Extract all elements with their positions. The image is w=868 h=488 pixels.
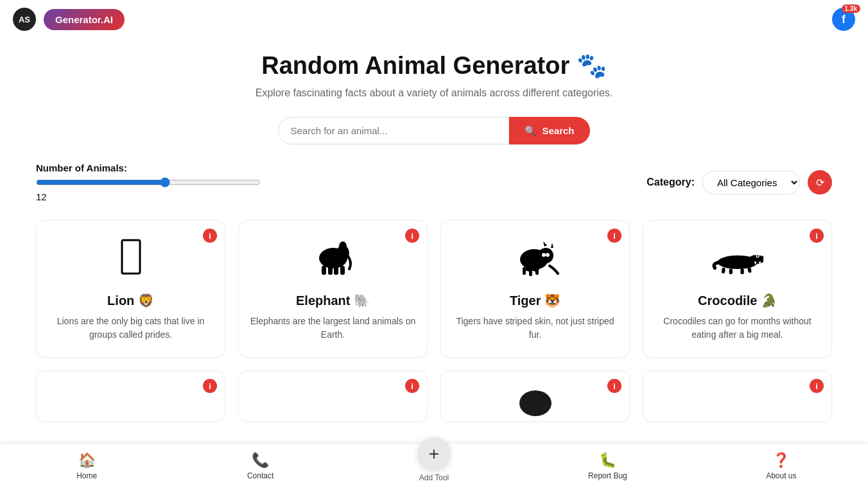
svg-rect-16: [523, 267, 526, 275]
svg-point-23: [756, 255, 758, 257]
svg-rect-6: [334, 266, 338, 275]
nav-home-label: Home: [76, 471, 97, 480]
tiger-fact: Tigers have striped skin, not just strip…: [451, 315, 619, 342]
nav-add-tool-label: Add Tool: [419, 473, 449, 482]
animal-card-partial-1: i: [36, 370, 225, 422]
svg-marker-12: [543, 241, 547, 247]
lion-info-button[interactable]: i: [203, 229, 217, 243]
svg-rect-7: [340, 266, 345, 275]
svg-marker-13: [551, 243, 553, 248]
svg-point-14: [546, 253, 550, 257]
partial-card-1-info[interactable]: i: [203, 379, 217, 393]
svg-rect-0: [122, 240, 140, 274]
svg-rect-17: [529, 268, 532, 276]
crocodile-name: Crocodile 🐊: [654, 293, 821, 308]
phone-icon: 📞: [252, 452, 269, 469]
category-section: Category: All Categories Mammals Reptile…: [647, 170, 832, 195]
nav-about-label: About us: [766, 471, 796, 480]
animal-card-elephant: i Elephant 🐘 Elephants are the largest l…: [238, 220, 428, 358]
lion-name: Lion 🦁: [47, 293, 214, 308]
search-button-label: Search: [542, 125, 574, 136]
animal-card-tiger: i Tiger 🐯 Tigers have s: [440, 220, 630, 358]
page-title: Random Animal Generator 🐾: [36, 51, 832, 80]
nav-add-tool[interactable]: + Add Tool: [347, 450, 521, 482]
svg-rect-18: [535, 267, 539, 275]
svg-rect-5: [328, 266, 333, 275]
svg-rect-26: [740, 268, 743, 274]
navbar-left: AS Generator.AI: [13, 8, 125, 31]
svg-point-15: [542, 253, 546, 257]
lion-fact: Lions are the only big cats that live in…: [47, 315, 214, 342]
partial-card-4-info[interactable]: i: [810, 379, 824, 393]
home-icon: 🏠: [78, 452, 96, 469]
category-dropdown[interactable]: All Categories Mammals Reptiles Birds: [702, 171, 800, 195]
controls-row: Number of Animals: 12 Category: All Cate…: [36, 162, 832, 202]
elephant-fact: Elephants are the largest land animals o…: [249, 315, 417, 342]
tiger-info-button[interactable]: i: [607, 229, 621, 243]
svg-rect-4: [322, 266, 326, 275]
elephant-name: Elephant 🐘: [249, 293, 417, 308]
search-input[interactable]: [278, 117, 509, 144]
crocodile-fact: Crocodiles can go for months without eat…: [654, 315, 821, 342]
animal-card-partial-3: i: [440, 370, 630, 422]
partial-card-3-info[interactable]: i: [607, 379, 621, 393]
bottom-nav: 🏠 Home 📞 Contact + Add Tool 🐛 Report Bug…: [0, 443, 868, 488]
search-button[interactable]: 🔍 Search: [509, 117, 589, 144]
slider-value: 12: [36, 191, 261, 202]
svg-rect-24: [721, 267, 725, 274]
nav-report-bug-label: Report Bug: [588, 471, 627, 480]
search-icon: 🔍: [525, 125, 537, 137]
page-header: Random Animal Generator 🐾 Explore fascin…: [36, 51, 832, 99]
navbar: AS Generator.AI f 1.3k: [0, 0, 868, 39]
slider-section: Number of Animals: 12: [36, 162, 261, 202]
tiger-name: Tiger 🐯: [451, 293, 619, 308]
nav-about[interactable]: ❓ About us: [695, 452, 868, 480]
animal-card-partial-2: i: [238, 370, 428, 422]
brand-button[interactable]: Generator.AI: [44, 9, 125, 30]
animal-count-slider[interactable]: [36, 177, 261, 187]
nav-contact-label: Contact: [247, 471, 273, 480]
nav-home[interactable]: 🏠 Home: [0, 452, 173, 480]
animal-card-crocodile: i: [643, 220, 832, 358]
search-bar: 🔍 Search: [36, 117, 832, 144]
lion-icon: [47, 234, 214, 285]
partial-card-2-info[interactable]: i: [405, 379, 419, 393]
facebook-count: 1.3k: [842, 4, 860, 13]
slider-label: Number of Animals:: [36, 162, 261, 173]
svg-rect-25: [729, 268, 732, 274]
bug-icon: 🐛: [599, 452, 616, 469]
animal-card-partial-4: i: [643, 370, 832, 422]
nav-report-bug[interactable]: 🐛 Report Bug: [521, 452, 694, 480]
add-tool-circle: +: [417, 437, 451, 471]
page-subtitle: Explore fascinating facts about a variet…: [36, 87, 832, 99]
category-label: Category:: [647, 177, 695, 188]
facebook-share[interactable]: f 1.3k: [832, 8, 855, 31]
crocodile-info-button[interactable]: i: [810, 229, 824, 243]
animal-cards-grid: i Lion 🦁 Lions are the only big cats tha…: [36, 220, 832, 358]
elephant-icon: [249, 234, 417, 285]
nav-contact[interactable]: 📞 Contact: [173, 452, 347, 480]
tiger-icon: [451, 234, 619, 285]
help-icon: ❓: [772, 452, 790, 469]
elephant-info-button[interactable]: i: [405, 229, 419, 243]
category-action-button[interactable]: ⟳: [808, 170, 832, 195]
shuffle-icon: ⟳: [816, 177, 824, 189]
avatar: AS: [13, 8, 36, 31]
animal-cards-grid-row2: i i i i: [36, 370, 832, 422]
svg-rect-27: [747, 267, 752, 274]
crocodile-icon: [654, 234, 821, 285]
animal-card-lion: i Lion 🦁 Lions are the only big cats tha…: [36, 220, 225, 358]
